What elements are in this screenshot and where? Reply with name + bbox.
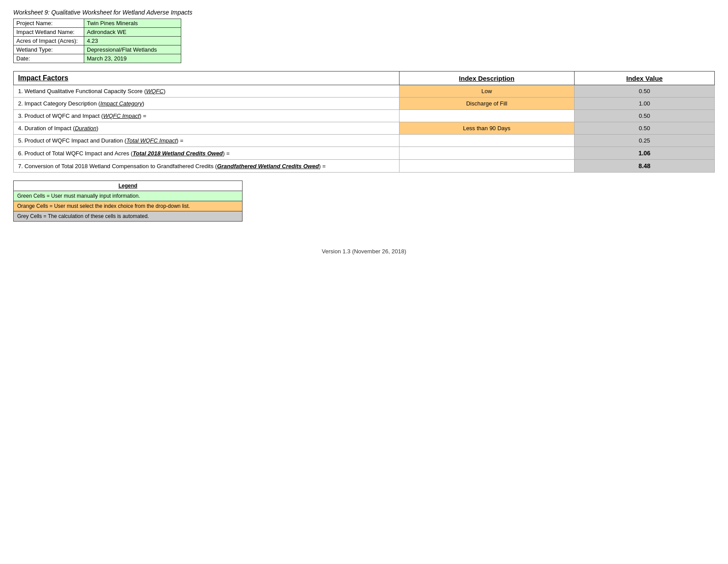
- factor-label-cell: 6. Product of Total WQFC Impact and Acre…: [14, 147, 399, 160]
- main-table: Impact Factors Index Description Index V…: [13, 71, 715, 173]
- index-desc-cell: [399, 135, 575, 147]
- info-value: Adirondack WE: [84, 28, 181, 37]
- legend-item-text: Green Cells = User must manually input i…: [14, 191, 243, 201]
- info-label: Date:: [14, 54, 84, 63]
- factor-label-cell: 5. Product of WQFC Impact and Duration (…: [14, 135, 399, 147]
- legend-item: Green Cells = User must manually input i…: [14, 191, 243, 201]
- info-value: March 23, 2019: [84, 54, 181, 63]
- index-desc-cell: [399, 147, 575, 160]
- index-val-cell: 1.06: [575, 147, 715, 160]
- factor-label-cell: 3. Product of WQFC and Impact (WQFC Impa…: [14, 110, 399, 122]
- main-row: 6. Product of Total WQFC Impact and Acre…: [14, 147, 715, 160]
- main-row: 4. Duration of Impact (Duration)Less tha…: [14, 122, 715, 135]
- factor-label-cell: 4. Duration of Impact (Duration): [14, 122, 399, 135]
- info-value: Twin Pines Minerals: [84, 19, 181, 28]
- info-row: Project Name:Twin Pines Minerals: [14, 19, 181, 28]
- info-value: 4.23: [84, 37, 181, 45]
- main-row: 5. Product of WQFC Impact and Duration (…: [14, 135, 715, 147]
- index-val-cell: 8.48: [575, 160, 715, 173]
- info-row: Date:March 23, 2019: [14, 54, 181, 63]
- info-label: Project Name:: [14, 19, 84, 28]
- main-row: 1. Wetland Qualitative Functional Capaci…: [14, 85, 715, 98]
- index-desc-cell: [399, 160, 575, 173]
- info-value: Depressional/Flat Wetlands: [84, 45, 181, 54]
- index-val-cell: 0.50: [575, 122, 715, 135]
- index-val-cell: 0.25: [575, 135, 715, 147]
- legend-table: LegendGreen Cells = User must manually i…: [13, 180, 243, 222]
- index-description-header: Index Description: [399, 71, 575, 85]
- info-table: Project Name:Twin Pines MineralsImpact W…: [13, 19, 181, 63]
- info-label: Acres of Impact (Acres):: [14, 37, 84, 45]
- impact-factors-header: Impact Factors: [14, 71, 399, 85]
- worksheet-title: Worksheet 9: Qualitative Worksheet for W…: [13, 9, 715, 16]
- version-footer: Version 1.3 (November 26, 2018): [13, 248, 715, 255]
- info-row: Wetland Type:Depressional/Flat Wetlands: [14, 45, 181, 54]
- info-row: Impact Wetland Name:Adirondack WE: [14, 28, 181, 37]
- info-label: Wetland Type:: [14, 45, 84, 54]
- index-val-cell: 0.50: [575, 110, 715, 122]
- main-row: 7. Conversion of Total 2018 Wetland Comp…: [14, 160, 715, 173]
- legend-item: Orange Cells = User must select the inde…: [14, 201, 243, 211]
- main-row: 3. Product of WQFC and Impact (WQFC Impa…: [14, 110, 715, 122]
- factor-label-cell: 7. Conversion of Total 2018 Wetland Comp…: [14, 160, 399, 173]
- legend-item: Grey Cells = The calculation of these ce…: [14, 211, 243, 222]
- factor-label-cell: 1. Wetland Qualitative Functional Capaci…: [14, 85, 399, 98]
- legend-title: Legend: [14, 181, 243, 191]
- index-desc-cell[interactable]: Discharge of Fill: [399, 98, 575, 110]
- main-row: 2. Impact Category Description (Impact C…: [14, 98, 715, 110]
- index-val-cell: 1.00: [575, 98, 715, 110]
- info-label: Impact Wetland Name:: [14, 28, 84, 37]
- index-desc-cell[interactable]: Less than 90 Days: [399, 122, 575, 135]
- index-desc-cell[interactable]: Low: [399, 85, 575, 98]
- index-val-cell: 0.50: [575, 85, 715, 98]
- legend-item-text: Grey Cells = The calculation of these ce…: [14, 211, 243, 222]
- index-value-header: Index Value: [575, 71, 715, 85]
- factor-label-cell: 2. Impact Category Description (Impact C…: [14, 98, 399, 110]
- index-desc-cell: [399, 110, 575, 122]
- legend-item-text: Orange Cells = User must select the inde…: [14, 201, 243, 211]
- info-row: Acres of Impact (Acres):4.23: [14, 37, 181, 45]
